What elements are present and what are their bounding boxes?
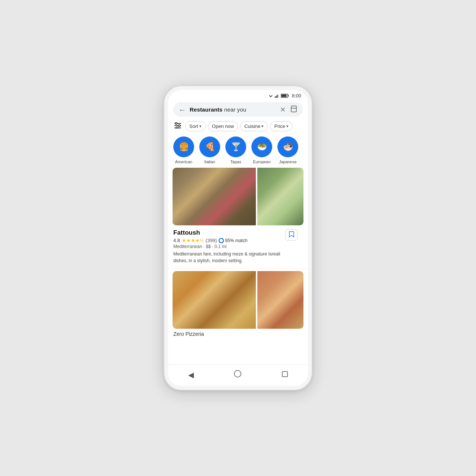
fattoush-description: Mediterranean fare, including meze & sig… xyxy=(173,251,288,264)
cuisine-japanese-icon: 🍜 xyxy=(277,136,298,157)
battery-icon xyxy=(281,94,289,98)
cuisine-american-icon: 🍔 xyxy=(173,136,194,157)
fattoush-meta: Mediterranean · $$ · 0.1 mi xyxy=(173,244,288,249)
fattoush-bookmark-button[interactable] xyxy=(286,229,298,241)
cuisine-tapas-icon: 🍸 xyxy=(225,136,246,157)
tune-icon xyxy=(174,122,181,129)
svg-rect-5 xyxy=(278,94,279,98)
svg-rect-8 xyxy=(281,95,286,97)
pizzeria-main-image xyxy=(173,271,256,329)
bottom-navigation: ◀ xyxy=(168,364,308,386)
svg-rect-2 xyxy=(275,96,276,98)
phone-screen: 8:00 ← Restaurants near you ✕ xyxy=(168,90,308,386)
fattoush-name: Fattoush xyxy=(173,229,288,237)
search-bar: ← Restaurants near you ✕ xyxy=(173,102,303,117)
cuisine-american[interactable]: 🍔 American xyxy=(173,136,194,164)
fattoush-info-content: Fattoush 4.8 ★★★★½ (399) 95% match xyxy=(173,229,288,264)
fattoush-side-image xyxy=(257,168,303,225)
search-clear-button[interactable]: ✕ xyxy=(279,106,286,114)
cuisine-european-icon: 🥗 xyxy=(251,136,272,157)
nav-overview-button[interactable] xyxy=(276,369,294,380)
pizzeria-side-image xyxy=(257,271,303,329)
cuisine-chip-arrow: ▾ xyxy=(261,124,264,129)
cuisine-row: 🍔 American 🍕 Italian 🍸 Tapas 🥗 European … xyxy=(168,134,308,168)
phone-device: 8:00 ← Restaurants near you ✕ xyxy=(164,86,312,390)
fattoush-rating-row: 4.8 ★★★★½ (399) 95% match xyxy=(173,238,288,243)
restaurant-card-zero-pizzeria[interactable]: Zero Pizzeria xyxy=(168,271,308,338)
card-divider xyxy=(168,268,308,269)
search-bookmark-button[interactable] xyxy=(289,105,298,114)
cuisine-tapas-label: Tapas xyxy=(230,160,241,164)
status-bar: 8:00 xyxy=(168,90,308,100)
sort-chip-arrow: ▾ xyxy=(199,124,202,129)
pizzeria-images xyxy=(173,271,303,329)
signal-icon xyxy=(275,94,279,98)
svg-rect-3 xyxy=(276,96,277,98)
fattoush-info: Fattoush 4.8 ★★★★½ (399) 95% match xyxy=(168,225,308,266)
sort-filter-chip[interactable]: Sort ▾ xyxy=(185,121,206,131)
cuisine-italian-label: Italian xyxy=(204,160,215,164)
svg-rect-4 xyxy=(277,95,278,98)
cuisine-european[interactable]: 🥗 European xyxy=(251,136,272,164)
status-time: 8:00 xyxy=(292,93,301,99)
open-now-filter-chip[interactable]: Open now xyxy=(208,121,238,131)
svg-point-14 xyxy=(178,125,180,127)
svg-rect-7 xyxy=(288,95,289,97)
status-icons: 8:00 xyxy=(268,93,301,99)
filter-row: Sort ▾ Open now Cuisine ▾ Price ▾ xyxy=(168,120,308,134)
nav-back-button[interactable]: ◀ xyxy=(182,369,200,381)
nav-home-icon xyxy=(234,370,241,377)
cuisine-japanese-label: Japanese xyxy=(279,160,297,164)
fattoush-main-image xyxy=(173,168,256,225)
price-chip-arrow: ▾ xyxy=(286,124,289,129)
fattoush-review-count: (399) xyxy=(206,238,217,243)
restaurant-card-fattoush[interactable]: Fattoush 4.8 ★★★★½ (399) 95% match xyxy=(168,168,308,266)
cuisine-japanese[interactable]: 🍜 Japanese xyxy=(277,136,298,164)
svg-point-12 xyxy=(176,123,177,125)
cuisine-tapas[interactable]: 🍸 Tapas xyxy=(225,136,246,164)
bookmark-outline-icon xyxy=(289,231,295,238)
nav-home-button[interactable] xyxy=(228,369,247,381)
nav-overview-icon xyxy=(282,371,288,377)
fattoush-match-badge: 95% match xyxy=(219,238,247,243)
fattoush-info-row: Fattoush 4.8 ★★★★½ (399) 95% match xyxy=(173,229,303,264)
fattoush-rating-num: 4.8 xyxy=(173,238,180,243)
search-query: Restaurants near you xyxy=(190,106,276,113)
pizzeria-name: Zero Pizzeria xyxy=(168,329,308,338)
wifi-icon xyxy=(268,94,273,98)
filter-tune-button[interactable] xyxy=(173,121,183,131)
price-filter-chip[interactable]: Price ▾ xyxy=(270,121,293,131)
fattoush-stars: ★★★★½ xyxy=(182,238,204,243)
svg-point-16 xyxy=(176,127,178,129)
fattoush-images xyxy=(173,168,303,225)
svg-rect-9 xyxy=(291,106,296,112)
cuisine-italian-icon: 🍕 xyxy=(199,136,220,157)
cuisine-italian[interactable]: 🍕 Italian xyxy=(199,136,220,164)
match-circle-icon xyxy=(219,238,224,243)
cuisine-european-label: European xyxy=(253,160,271,164)
search-back-button[interactable]: ← xyxy=(178,106,187,113)
cuisine-filter-chip[interactable]: Cuisine ▾ xyxy=(240,121,268,131)
bookmark-icon xyxy=(290,105,298,113)
cuisine-american-label: American xyxy=(175,160,192,164)
